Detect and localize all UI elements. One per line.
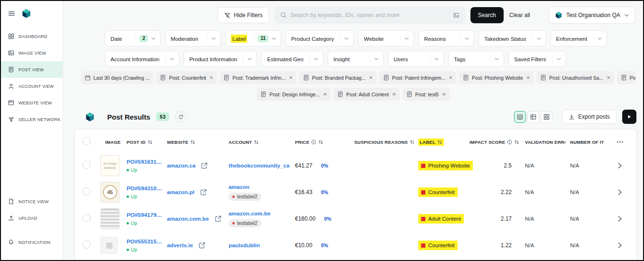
org-selector[interactable]: Test Organisation QA xyxy=(549,7,635,24)
website-link[interactable]: amazon.com.be xyxy=(167,215,209,222)
account-link[interactable]: amazon.com.be xyxy=(229,210,271,217)
external-link-icon[interactable] xyxy=(200,189,207,196)
chevron-right-icon[interactable] xyxy=(616,162,623,169)
sidebar-item-notice-view[interactable]: NOTICE VIEW xyxy=(1,193,63,210)
sort-icon[interactable] xyxy=(147,140,153,145)
sort-icon[interactable] xyxy=(437,140,442,145)
website-link[interactable]: amazon.ca xyxy=(167,162,195,169)
sort-icon[interactable] xyxy=(190,140,195,145)
filter-chip[interactable]: Last 30 days (Crawling ... xyxy=(81,71,153,84)
row-checkbox[interactable] xyxy=(83,187,91,196)
account-link[interactable]: thebookcommunity_ca xyxy=(229,162,289,169)
column-suspicious-reasons[interactable]: SUSPICIOUS REASONS xyxy=(350,139,414,145)
row-checkbox[interactable] xyxy=(83,214,91,222)
sidebar-item-website-view[interactable]: WEBSITE VIEW xyxy=(1,94,63,111)
chip-close-icon[interactable]: × xyxy=(449,75,452,81)
post-thumbnail[interactable] xyxy=(101,208,120,229)
column-impact-score[interactable]: IMPACT SCORE xyxy=(465,139,520,145)
grid-view-button[interactable] xyxy=(514,111,526,123)
filter-dropdown-estimated-geo[interactable]: Estimated Geo xyxy=(261,51,323,67)
filter-dropdown-takedown-status[interactable]: Takedown Status xyxy=(478,30,546,47)
filter-chip[interactable]: Post: Trademark Infrin...× xyxy=(220,71,296,84)
post-thumbnail[interactable]: No image available xyxy=(101,155,120,176)
chip-close-icon[interactable]: × xyxy=(392,91,396,97)
filter-dropdown-tags[interactable]: Tags xyxy=(448,51,504,67)
chevron-right-icon[interactable] xyxy=(616,189,623,196)
sort-icon[interactable] xyxy=(410,140,414,145)
filter-chip[interactable]: Post: Branded Packag...× xyxy=(299,71,377,84)
chip-close-icon[interactable]: × xyxy=(607,75,610,81)
table-row[interactable]: PO#583855744Upamazon.co.ukdarie store€46… xyxy=(82,259,630,260)
row-checkbox[interactable] xyxy=(83,161,91,169)
sidebar-item-notification[interactable]: NOTIFICATION xyxy=(1,234,63,251)
chip-close-icon[interactable]: × xyxy=(526,75,530,81)
filter-chip[interactable]: Post: Unauthorised Sa...× xyxy=(536,71,614,84)
column-price[interactable]: PRICE xyxy=(290,139,350,145)
chip-close-icon[interactable]: × xyxy=(289,75,293,81)
filter-chip[interactable]: Post: Phishing Website× xyxy=(459,71,534,84)
account-link[interactable]: paulsdublin xyxy=(229,242,260,249)
chip-close-icon[interactable]: × xyxy=(442,91,446,97)
filter-chip[interactable]: Post: Design Infringe...× xyxy=(257,88,331,101)
image-search-icon[interactable] xyxy=(453,12,460,19)
sidebar-item-dashboard[interactable]: DASHBOARD xyxy=(1,28,63,45)
filter-dropdown-users[interactable]: Users xyxy=(388,51,444,67)
post-id-link[interactable]: PO#594179170 xyxy=(127,212,162,218)
post-thumbnail[interactable] xyxy=(101,237,118,254)
search-input[interactable] xyxy=(291,12,449,19)
website-link[interactable]: adverts.ie xyxy=(167,242,193,249)
column-post-id[interactable]: POST ID xyxy=(122,139,162,145)
sidebar-item-upload[interactable]: UPLOAD xyxy=(1,210,63,226)
post-id-link[interactable]: PO#555315267 xyxy=(127,238,162,245)
export-posts-button[interactable]: Export posts xyxy=(562,110,616,124)
filter-chip[interactable]: Post: Other× xyxy=(617,71,635,84)
expand-button[interactable] xyxy=(622,110,636,124)
sort-icon[interactable] xyxy=(514,140,519,145)
table-row[interactable]: 45PO#594310413Upamazon.plamazontestlabel… xyxy=(82,179,630,205)
external-link-icon[interactable] xyxy=(199,242,205,249)
filter-chip[interactable]: Post: Patent Infringem...× xyxy=(379,71,456,84)
table-row[interactable]: PO#594179170Upamazon.com.beamazon.com.be… xyxy=(82,205,630,232)
filter-chip[interactable]: Post: Counterfeit× xyxy=(156,71,217,84)
filter-dropdown-account-information[interactable]: Account Information xyxy=(105,51,179,67)
post-thumbnail[interactable]: 45 xyxy=(101,182,120,203)
sidebar-item-account-view[interactable]: ACCOUNT VIEW xyxy=(1,78,63,94)
sidebar-item-seller-network[interactable]: SELLER NETWORK xyxy=(1,111,63,128)
filter-dropdown-moderation[interactable]: Moderation xyxy=(165,30,221,47)
filter-dropdown-product-category[interactable]: Product Category xyxy=(285,30,354,47)
external-link-icon[interactable] xyxy=(215,215,221,222)
clear-all-button[interactable]: Clear all xyxy=(509,12,530,19)
row-checkbox[interactable] xyxy=(83,241,91,249)
chevron-right-icon[interactable] xyxy=(616,215,623,222)
post-id-link[interactable]: PO#594310413 xyxy=(127,185,162,192)
column-label[interactable]: LABEL xyxy=(414,139,465,146)
chevron-right-icon[interactable] xyxy=(616,242,623,249)
filter-dropdown-saved-filters[interactable]: Saved Filters xyxy=(508,51,566,67)
sort-icon[interactable] xyxy=(254,140,259,145)
chip-close-icon[interactable]: × xyxy=(210,75,213,81)
search-button[interactable]: Search xyxy=(470,7,504,23)
filter-dropdown-label[interactable]: Label11 xyxy=(225,30,281,47)
search-box[interactable] xyxy=(275,7,465,23)
table-row[interactable]: No image availablePO#591631815Upamazon.c… xyxy=(82,152,630,179)
column-account[interactable]: ACCOUNT xyxy=(224,139,290,145)
hide-filters-button[interactable]: Hide Filters xyxy=(218,7,269,23)
sidebar-item-image-view[interactable]: IMAGE VIEW xyxy=(1,45,63,61)
account-link[interactable]: amazon xyxy=(229,184,249,190)
sidebar-item-post-view[interactable]: POST VIEW xyxy=(1,61,63,78)
filter-dropdown-reasons[interactable]: Reasons xyxy=(418,30,474,47)
filter-chip[interactable]: Post: Adult Content× xyxy=(333,88,400,101)
select-all-checkbox[interactable] xyxy=(83,137,91,145)
table-row[interactable]: PO#555315267Upadverts.iepaulsdublin€10.0… xyxy=(82,232,630,259)
filter-dropdown-website[interactable]: Website xyxy=(358,30,414,47)
column-website[interactable]: WEBSITE xyxy=(162,139,224,145)
board-view-button[interactable] xyxy=(527,111,539,123)
filter-dropdown-enforcement[interactable]: Enforcement xyxy=(551,30,607,47)
filter-dropdown-insight[interactable]: Insight xyxy=(328,51,384,67)
filter-chip[interactable]: Post: test5× xyxy=(403,88,450,101)
filter-dropdown-product-information[interactable]: Product Information xyxy=(184,51,257,67)
external-link-icon[interactable] xyxy=(201,162,208,169)
cells-view-button[interactable] xyxy=(541,111,552,123)
post-id-link[interactable]: PO#591631815 xyxy=(127,158,162,165)
filter-dropdown-date[interactable]: Date2 xyxy=(105,30,161,47)
